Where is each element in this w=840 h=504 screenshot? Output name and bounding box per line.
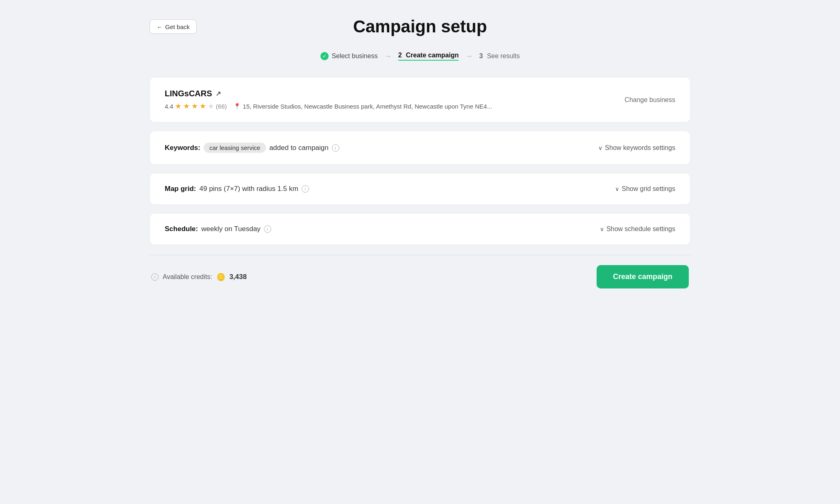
external-link-icon[interactable]: ↗ xyxy=(216,90,221,98)
show-keywords-label: Show keywords settings xyxy=(605,144,675,152)
keyword-badge: car leasing service xyxy=(204,143,266,153)
star-rating: 4.4 ★ ★ ★ ★ ★ (66) xyxy=(165,102,227,111)
step-2-label: Create campaign xyxy=(406,52,459,59)
show-keywords-settings-button[interactable]: ∨ Show keywords settings xyxy=(598,144,675,152)
show-schedule-settings-button[interactable]: ∨ Show schedule settings xyxy=(600,225,675,233)
step-3-number: 3 xyxy=(479,52,483,60)
footer: i Available credits: 🪙 3,438 Create camp… xyxy=(150,265,690,288)
star-2: ★ xyxy=(183,102,190,111)
show-grid-settings-button[interactable]: ∨ Show grid settings xyxy=(615,185,675,193)
arrow-left-icon: ← xyxy=(157,23,163,30)
chevron-down-icon-3: ∨ xyxy=(600,226,604,232)
back-button[interactable]: ← Get back xyxy=(150,20,197,34)
chevron-down-icon-2: ∨ xyxy=(615,186,619,192)
stepper: ✓ Select business → 2 Create campaign → … xyxy=(150,52,690,61)
star-1: ★ xyxy=(175,102,182,111)
map-grid-label: Map grid: xyxy=(165,185,196,193)
business-name-row: LINGsCARS ↗ xyxy=(165,89,492,98)
business-address: 15, Riverside Studios, Newcastle Busines… xyxy=(243,103,492,110)
page-title: Campaign setup xyxy=(150,16,690,37)
step-2-number: 2 xyxy=(398,52,402,59)
divider xyxy=(150,255,690,255)
business-card: LINGsCARS ↗ 4.4 ★ ★ ★ ★ ★ (66) 📍 15, Riv… xyxy=(150,77,690,123)
rating-value: 4.4 xyxy=(165,103,173,110)
credits-coin-icon: 🪙 xyxy=(216,272,225,282)
step-2: 2 Create campaign xyxy=(398,52,459,61)
arrow-icon-1: → xyxy=(384,52,392,61)
create-campaign-button[interactable]: Create campaign xyxy=(597,265,689,288)
map-grid-description: 49 pins (7×7) with radius 1.5 km xyxy=(200,185,298,193)
location-icon: 📍 xyxy=(234,103,241,109)
step-1: ✓ Select business xyxy=(320,52,378,60)
step-3-label: See results xyxy=(487,52,520,60)
change-business-button[interactable]: Change business xyxy=(624,96,675,104)
step-3: 3 See results xyxy=(479,52,520,60)
business-location: 📍 15, Riverside Studios, Newcastle Busin… xyxy=(234,103,492,110)
map-grid-info-icon[interactable]: i xyxy=(302,185,309,193)
show-schedule-label: Show schedule settings xyxy=(606,225,675,233)
schedule-info-icon[interactable]: i xyxy=(264,225,271,233)
page-header: ← Get back Campaign setup xyxy=(150,16,690,37)
business-info: LINGsCARS ↗ 4.4 ★ ★ ★ ★ ★ (66) 📍 15, Riv… xyxy=(165,89,492,111)
show-grid-label: Show grid settings xyxy=(622,185,675,193)
credits-section: i Available credits: 🪙 3,438 xyxy=(151,272,247,282)
step-1-check: ✓ xyxy=(320,52,329,60)
keywords-label: Keywords: xyxy=(165,144,200,152)
keywords-info-icon[interactable]: i xyxy=(332,144,339,152)
star-3: ★ xyxy=(191,102,198,111)
reviews-count: (66) xyxy=(216,103,227,110)
map-grid-section-left: Map grid: 49 pins (7×7) with radius 1.5 … xyxy=(165,185,309,193)
arrow-icon-2: → xyxy=(465,52,472,61)
chevron-down-icon: ∨ xyxy=(598,145,602,151)
keywords-card: Keywords: car leasing service added to c… xyxy=(150,131,690,165)
step-1-label: Select business xyxy=(332,52,378,60)
business-meta: 4.4 ★ ★ ★ ★ ★ (66) 📍 15, Riverside Studi… xyxy=(165,102,492,111)
schedule-label: Schedule: xyxy=(165,225,198,233)
credits-label: Available credits: xyxy=(163,273,212,281)
credits-info-icon[interactable]: i xyxy=(151,273,159,281)
schedule-description: weekly on Tuesday xyxy=(201,225,261,233)
back-button-label: Get back xyxy=(165,23,190,30)
star-5: ★ xyxy=(208,102,214,111)
keywords-section-left: Keywords: car leasing service added to c… xyxy=(165,143,339,153)
star-4: ★ xyxy=(200,102,206,111)
keywords-suffix: added to campaign xyxy=(269,144,329,152)
business-name-text: LINGsCARS xyxy=(165,89,212,98)
schedule-section-left: Schedule: weekly on Tuesday i xyxy=(165,225,271,233)
schedule-card: Schedule: weekly on Tuesday i ∨ Show sch… xyxy=(150,213,690,245)
credits-amount: 3,438 xyxy=(229,273,247,281)
map-grid-card: Map grid: 49 pins (7×7) with radius 1.5 … xyxy=(150,173,690,205)
